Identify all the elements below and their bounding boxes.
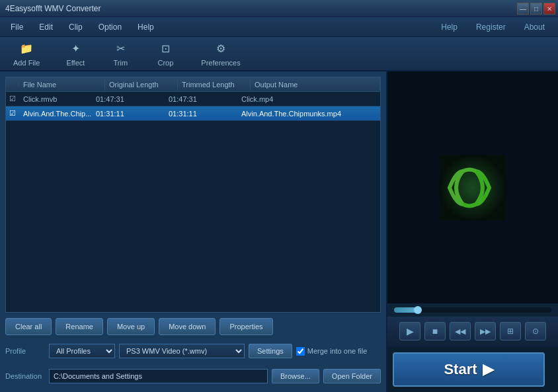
row-trimmed: 01:47:31 bbox=[165, 94, 237, 104]
forward-button[interactable]: ▶▶ bbox=[475, 322, 496, 340]
seek-thumb bbox=[414, 306, 422, 314]
title-text: 4Easysofft WMV Converter bbox=[5, 4, 101, 13]
toolbar-add-file-label: Add File bbox=[13, 59, 40, 67]
col-header-output: Output Name bbox=[251, 79, 380, 91]
toolbar-trim-label: Trim bbox=[114, 59, 128, 67]
toolbar-crop-label: Crop bbox=[157, 59, 173, 67]
merge-checkbox-label[interactable]: Merge into one file bbox=[296, 347, 368, 356]
clear-all-button[interactable]: Clear all bbox=[5, 318, 52, 335]
menu-option[interactable]: Option bbox=[91, 20, 130, 34]
start-label: Start bbox=[444, 361, 477, 378]
profile-row: Profile All Profiles HD Profiles Mobile … bbox=[5, 340, 381, 362]
toolbar-crop[interactable]: ⊡ Crop bbox=[156, 41, 175, 67]
col-header-filename: File Name bbox=[19, 79, 105, 91]
start-button-area: Start ▶ bbox=[387, 346, 558, 392]
title-bar: 4Easysofft WMV Converter — □ ✕ bbox=[0, 0, 558, 17]
menu-bar: File Edit Clip Option Help Help Register… bbox=[0, 17, 558, 37]
row-output: Click.mp4 bbox=[237, 94, 380, 104]
toolbar-effect[interactable]: ✦ Effect bbox=[66, 41, 85, 67]
format-select[interactable]: PS3 WMV Video (*.wmv) WMV HD 1080p WMV H… bbox=[119, 344, 245, 358]
maximize-button[interactable]: □ bbox=[530, 3, 542, 15]
profile-label: Profile bbox=[5, 347, 45, 355]
play-button[interactable]: ▶ bbox=[399, 322, 420, 340]
row-filename: Alvin.And.The.Chip... bbox=[19, 108, 92, 119]
row-trimmed: 01:31:11 bbox=[165, 108, 237, 119]
minimize-button[interactable]: — bbox=[517, 3, 529, 15]
row-output: Alvin.And.The.Chipmunks.mp4 bbox=[237, 108, 380, 119]
seek-bar-area bbox=[387, 303, 558, 317]
player-controls: ▶ ■ ◀◀ ▶▶ ⊞ ⊙ bbox=[387, 317, 558, 346]
toolbar-trim[interactable]: ✂ Trim bbox=[111, 41, 130, 67]
col-header-original: Original Length bbox=[105, 79, 178, 91]
window-controls: — □ ✕ bbox=[517, 3, 555, 15]
row-original: 01:31:11 bbox=[92, 108, 165, 119]
toolbar-add-file[interactable]: 📁 Add File bbox=[13, 41, 40, 67]
start-button[interactable]: Start ▶ bbox=[393, 352, 545, 387]
menu-help[interactable]: Help bbox=[130, 20, 162, 34]
row-checkbox[interactable]: ☑ bbox=[6, 108, 19, 119]
file-list-header: File Name Original Length Trimmed Length… bbox=[6, 77, 380, 92]
menu-right: Help Register About bbox=[433, 20, 553, 34]
menu-help-right[interactable]: Help bbox=[433, 20, 465, 34]
main-area: File Name Original Length Trimmed Length… bbox=[0, 71, 558, 392]
move-down-button[interactable]: Move down bbox=[159, 318, 216, 335]
trim-icon: ✂ bbox=[111, 41, 130, 57]
stop-button[interactable]: ■ bbox=[424, 322, 446, 340]
preferences-icon: ⚙ bbox=[212, 41, 230, 57]
row-filename: Click.rmvb bbox=[19, 94, 92, 104]
row-checkbox[interactable]: ☑ bbox=[6, 93, 19, 104]
effect-icon: ✦ bbox=[66, 41, 85, 57]
preview-logo bbox=[440, 155, 506, 221]
menu-register[interactable]: Register bbox=[468, 20, 514, 34]
toolbar-effect-label: Effect bbox=[66, 59, 85, 67]
browse-button[interactable]: Browse... bbox=[272, 369, 319, 383]
left-panel: File Name Original Length Trimmed Length… bbox=[0, 71, 386, 392]
rewind-button[interactable]: ◀◀ bbox=[450, 322, 471, 340]
row-original: 01:47:31 bbox=[92, 94, 165, 104]
close-button[interactable]: ✕ bbox=[543, 3, 555, 15]
screenshot-button[interactable]: ⊞ bbox=[500, 322, 521, 340]
rename-button[interactable]: Rename bbox=[56, 318, 103, 335]
destination-label: Destination bbox=[5, 372, 45, 380]
properties-button[interactable]: Properties bbox=[219, 318, 272, 335]
merge-checkbox[interactable] bbox=[296, 347, 305, 356]
toolbar: 📁 Add File ✦ Effect ✂ Trim ⊡ Crop ⚙ Pref… bbox=[0, 37, 558, 71]
table-row[interactable]: ☑ Alvin.And.The.Chip... 01:31:11 01:31:1… bbox=[6, 106, 380, 121]
settings-button[interactable]: Settings bbox=[249, 344, 292, 358]
action-buttons: Clear all Rename Move up Move down Prope… bbox=[5, 317, 381, 336]
table-row[interactable]: ☑ Click.rmvb 01:47:31 01:47:31 Click.mp4 bbox=[6, 92, 380, 106]
file-list: File Name Original Length Trimmed Length… bbox=[5, 77, 381, 313]
profile-select[interactable]: All Profiles HD Profiles Mobile Profiles bbox=[49, 344, 115, 358]
merge-label: Merge into one file bbox=[307, 347, 368, 355]
seek-bar[interactable] bbox=[394, 307, 551, 313]
start-arrow: ▶ bbox=[483, 361, 494, 378]
menu-about[interactable]: About bbox=[516, 20, 553, 34]
crop-icon: ⊡ bbox=[156, 41, 175, 57]
camera-button[interactable]: ⊙ bbox=[525, 322, 546, 340]
open-folder-button[interactable]: Open Folder bbox=[323, 369, 381, 383]
preview-area bbox=[387, 71, 558, 303]
add-file-icon: 📁 bbox=[17, 41, 36, 57]
destination-input[interactable]: C:\Documents and Settings bbox=[49, 369, 268, 383]
toolbar-preferences[interactable]: ⚙ Preferences bbox=[201, 41, 240, 67]
toolbar-preferences-label: Preferences bbox=[201, 59, 240, 67]
move-up-button[interactable]: Move up bbox=[107, 318, 155, 335]
menu-clip[interactable]: Clip bbox=[61, 20, 91, 34]
menu-edit[interactable]: Edit bbox=[31, 20, 61, 34]
menu-file[interactable]: File bbox=[3, 20, 31, 34]
col-header-trimmed: Trimmed Length bbox=[178, 79, 251, 91]
right-panel: ▶ ■ ◀◀ ▶▶ ⊞ ⊙ Start ▶ bbox=[386, 71, 558, 392]
destination-row: Destination C:\Documents and Settings Br… bbox=[5, 366, 381, 387]
